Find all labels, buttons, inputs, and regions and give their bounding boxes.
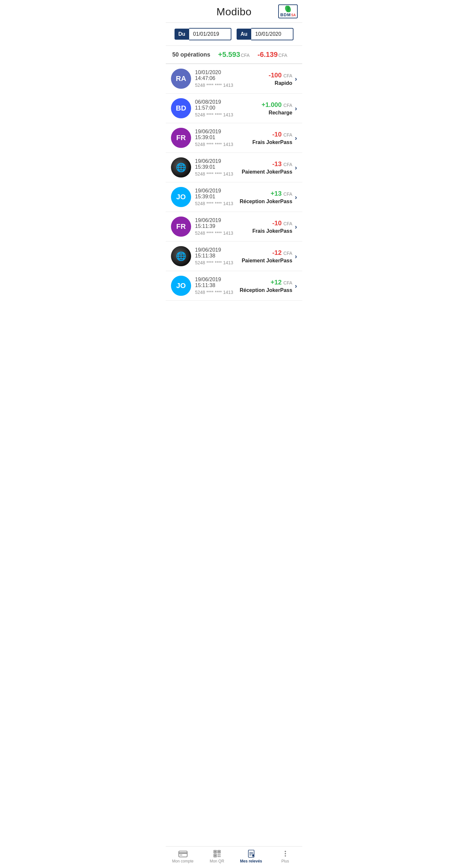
avatar-initials: FR [176, 222, 186, 231]
date-from-input[interactable]: 01/01/2019 [189, 28, 231, 40]
transaction-item[interactable]: 🌐 19/06/2019 15:11:38 5248 **** **** 141… [166, 242, 302, 271]
transaction-name: Paiement JokerPass [242, 169, 292, 175]
transaction-datetime: 10/01/2020 14:47:06 [195, 69, 236, 81]
transaction-datetime: 19/06/2019 15:11:38 [195, 277, 236, 288]
date-filter: Du 01/01/2019 Au 10/01/2020 [166, 23, 302, 46]
transaction-info: 19/06/2019 15:39:01 5248 **** **** 1413 [191, 129, 240, 147]
transaction-amount: +1.000 CFA [261, 101, 292, 108]
svg-rect-6 [180, 855, 182, 855]
transaction-info: 19/06/2019 15:11:39 5248 **** **** 1413 [191, 217, 240, 236]
transaction-datetime: 19/06/2019 15:39:01 [195, 158, 236, 170]
transaction-name: Rapido [275, 80, 292, 86]
transaction-datetime: 19/06/2019 15:11:38 [195, 247, 236, 259]
transaction-list: RA 10/01/2020 14:47:06 5248 **** **** 14… [166, 64, 302, 327]
nav-mes-releves[interactable]: Mes relevés [234, 850, 268, 863]
svg-point-24 [284, 853, 286, 854]
transaction-account: 5248 **** **** 1413 [195, 290, 236, 295]
transaction-info: 06/08/2019 11:57:00 5248 **** **** 1413 [191, 99, 240, 117]
avatar-initials: RA [176, 74, 186, 83]
chevron-right-icon: › [295, 193, 297, 201]
transaction-account: 5248 **** **** 1413 [195, 142, 236, 147]
transaction-account: 5248 **** **** 1413 [195, 260, 236, 265]
total-positive: +5.593CFA [218, 51, 250, 59]
chevron-right-icon: › [295, 164, 297, 171]
date-to-input[interactable]: 10/01/2020 [251, 28, 293, 40]
logo-sa-text: SA [291, 13, 296, 17]
transaction-item[interactable]: RA 10/01/2020 14:47:06 5248 **** **** 14… [166, 64, 302, 94]
transaction-account: 5248 **** **** 1413 [195, 171, 236, 177]
transaction-avatar: 🌐 [171, 246, 191, 266]
transaction-item[interactable]: FR 19/06/2019 15:39:01 5248 **** **** 14… [166, 123, 302, 153]
mes-releves-icon [246, 850, 256, 858]
transaction-right: -12 CFA Paiement JokerPass [240, 249, 292, 264]
transaction-account: 5248 **** **** 1413 [195, 112, 236, 117]
transaction-datetime: 06/08/2019 11:57:00 [195, 99, 236, 111]
nav-mes-releves-label: Mes relevés [240, 859, 262, 863]
operations-count: 50 opérations [172, 51, 210, 58]
transaction-avatar: FR [171, 217, 191, 237]
transaction-avatar: BD [171, 98, 191, 118]
nav-mon-compte[interactable]: Mon compte [166, 850, 200, 863]
avatar-initials: JO [176, 282, 186, 290]
svg-point-25 [284, 855, 286, 857]
transaction-name: Paiement JokerPass [242, 258, 292, 264]
chevron-right-icon: › [295, 223, 297, 230]
summary-bar: 50 opérations +5.593CFA -6.139CFA [166, 46, 302, 64]
transaction-item[interactable]: BD 06/08/2019 11:57:00 5248 **** **** 14… [166, 94, 302, 123]
transaction-datetime: 19/06/2019 15:11:39 [195, 217, 236, 229]
nav-plus[interactable]: Plus [268, 850, 302, 863]
nav-mon-qr-label: Mon QR [210, 859, 224, 863]
svg-point-23 [284, 851, 286, 852]
transaction-name: Frais JokerPass [252, 228, 292, 234]
negative-value: -6.139 [257, 51, 278, 59]
chevron-right-icon: › [295, 253, 297, 260]
transaction-item[interactable]: 🌐 19/06/2019 15:39:01 5248 **** **** 141… [166, 153, 302, 182]
avatar-initials: JO [176, 193, 186, 201]
transaction-datetime: 19/06/2019 15:39:01 [195, 188, 236, 199]
transaction-avatar: JO [171, 276, 191, 296]
plus-icon [280, 850, 290, 858]
svg-rect-4 [179, 851, 187, 857]
positive-value: +5.593 [218, 51, 240, 59]
svg-rect-15 [217, 856, 218, 857]
avatar-initials: BD [176, 104, 186, 113]
transaction-name: Frais JokerPass [252, 140, 292, 145]
transaction-right: +12 CFA Réception JokerPass [240, 279, 292, 293]
transaction-amount: -12 CFA [272, 249, 292, 256]
transaction-account: 5248 **** **** 1413 [195, 83, 236, 88]
transaction-name: Réception JokerPass [240, 287, 292, 293]
transaction-avatar: FR [171, 128, 191, 148]
nav-plus-label: Plus [281, 859, 289, 863]
logo-area: BDM SA [278, 4, 298, 18]
bottom-navigation: Mon compte Mon QR [166, 846, 302, 868]
transaction-item[interactable]: JO 19/06/2019 15:11:38 5248 **** **** 14… [166, 271, 302, 301]
svg-rect-21 [252, 854, 254, 856]
svg-rect-12 [214, 855, 216, 856]
total-negative: -6.139CFA [257, 51, 287, 59]
svg-rect-13 [217, 854, 218, 855]
bdm-logo: BDM SA [278, 4, 298, 18]
mon-qr-icon [212, 850, 222, 858]
logo-leaf-icon [283, 5, 292, 12]
transaction-datetime: 19/06/2019 15:39:01 [195, 129, 236, 141]
svg-rect-8 [214, 851, 216, 852]
transaction-item[interactable]: JO 19/06/2019 15:39:01 5248 **** **** 14… [166, 182, 302, 212]
nav-mon-qr[interactable]: Mon QR [200, 850, 234, 863]
transaction-avatar: 🌐 [171, 157, 191, 178]
transaction-avatar: RA [171, 69, 191, 89]
svg-rect-16 [219, 856, 220, 857]
transaction-amount: -100 CFA [269, 71, 292, 79]
svg-rect-5 [179, 852, 187, 854]
transaction-name: Réception JokerPass [240, 198, 292, 205]
chevron-right-icon: › [295, 75, 297, 83]
transaction-item[interactable]: FR 19/06/2019 15:11:39 5248 **** **** 14… [166, 212, 302, 242]
chevron-right-icon: › [295, 134, 297, 142]
transaction-right: -13 CFA Paiement JokerPass [240, 160, 292, 175]
transaction-account: 5248 **** **** 1413 [195, 201, 236, 206]
transaction-amount: +13 CFA [271, 190, 292, 197]
transaction-account: 5248 **** **** 1413 [195, 230, 236, 236]
svg-rect-14 [219, 854, 220, 855]
mon-compte-icon [178, 850, 188, 858]
transaction-info: 19/06/2019 15:39:01 5248 **** **** 1413 [191, 158, 240, 177]
date-from-label: Du [175, 29, 189, 40]
